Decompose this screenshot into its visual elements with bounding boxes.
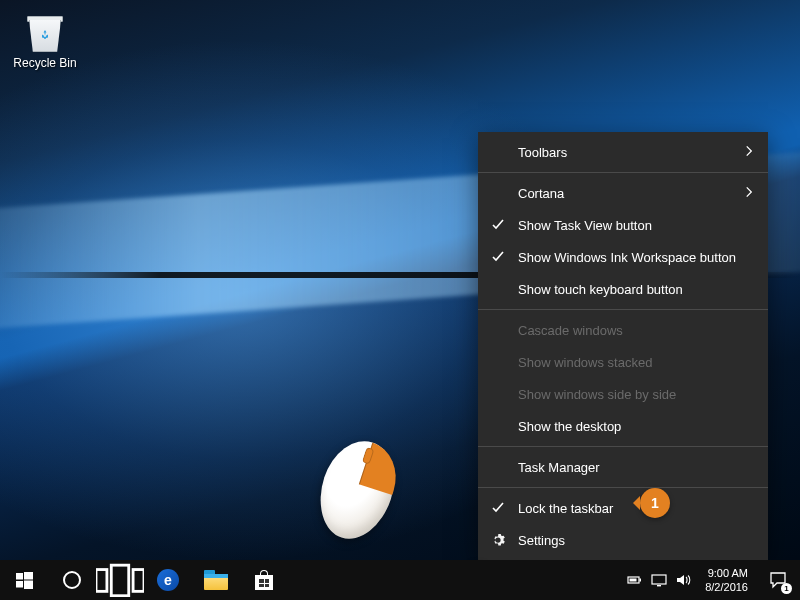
- menu-item-label: Cortana: [518, 186, 564, 201]
- menu-item-toolbars[interactable]: Toolbars: [478, 136, 768, 168]
- taskbar-context-menu: Toolbars Cortana Show Task View button S…: [478, 132, 768, 560]
- check-icon: [491, 501, 505, 515]
- menu-separator: [478, 487, 768, 488]
- svg-rect-3: [24, 580, 33, 589]
- menu-item-label: Show windows stacked: [518, 355, 652, 370]
- cortana-button[interactable]: [48, 560, 96, 600]
- clock-date: 8/2/2016: [705, 580, 748, 594]
- menu-item-label: Task Manager: [518, 460, 600, 475]
- svg-rect-8: [640, 579, 642, 582]
- file-explorer-button[interactable]: [192, 560, 240, 600]
- menu-item-show-task-view[interactable]: Show Task View button: [478, 209, 768, 241]
- start-button[interactable]: [0, 560, 48, 600]
- menu-item-label: Cascade windows: [518, 323, 623, 338]
- menu-item-label: Show Windows Ink Workspace button: [518, 250, 736, 265]
- check-icon: [491, 218, 505, 232]
- menu-item-label: Show the desktop: [518, 419, 621, 434]
- svg-rect-4: [96, 569, 107, 591]
- menu-item-label: Lock the taskbar: [518, 501, 613, 516]
- svg-rect-2: [16, 581, 23, 588]
- svg-rect-11: [657, 585, 661, 586]
- menu-separator: [478, 309, 768, 310]
- svg-rect-1: [24, 572, 33, 580]
- menu-item-show-ink[interactable]: Show Windows Ink Workspace button: [478, 241, 768, 273]
- menu-separator: [478, 446, 768, 447]
- edge-icon: e: [157, 569, 179, 591]
- menu-item-task-manager[interactable]: Task Manager: [478, 451, 768, 483]
- menu-item-lock-taskbar[interactable]: Lock the taskbar: [478, 492, 768, 524]
- annotation-callout-lock-taskbar: 1: [640, 488, 670, 518]
- task-view-button[interactable]: [96, 560, 144, 600]
- menu-item-label: Show Task View button: [518, 218, 652, 233]
- clock-time: 9:00 AM: [705, 566, 748, 580]
- store-icon: [254, 570, 274, 590]
- menu-item-stacked: Show windows stacked: [478, 346, 768, 378]
- menu-item-side-by-side: Show windows side by side: [478, 378, 768, 410]
- volume-icon: [675, 572, 691, 588]
- chevron-right-icon: [745, 145, 754, 160]
- gear-icon: [491, 533, 505, 547]
- menu-item-label: Show windows side by side: [518, 387, 676, 402]
- svg-rect-5: [111, 565, 128, 596]
- menu-item-label: Toolbars: [518, 145, 567, 160]
- menu-item-show-desktop[interactable]: Show the desktop: [478, 410, 768, 442]
- check-icon: [491, 250, 505, 264]
- cortana-icon: [63, 571, 81, 589]
- menu-item-cascade: Cascade windows: [478, 314, 768, 346]
- menu-item-label: Settings: [518, 533, 565, 548]
- menu-separator: [478, 172, 768, 173]
- menu-item-cortana[interactable]: Cortana: [478, 177, 768, 209]
- svg-rect-0: [16, 573, 23, 580]
- menu-item-label: Show touch keyboard button: [518, 282, 683, 297]
- network-icon: [651, 572, 667, 588]
- taskbar-clock[interactable]: 9:00 AM 8/2/2016: [697, 566, 756, 595]
- svg-rect-9: [630, 579, 637, 582]
- chevron-right-icon: [745, 186, 754, 201]
- edge-button[interactable]: e: [144, 560, 192, 600]
- menu-item-settings[interactable]: Settings: [478, 524, 768, 556]
- store-button[interactable]: [240, 560, 288, 600]
- callout-number: 1: [651, 495, 659, 511]
- file-explorer-icon: [204, 570, 228, 590]
- notification-badge: 1: [781, 583, 792, 594]
- taskbar: e 9:00 AM 8/2/2016 1: [0, 560, 800, 600]
- system-tray[interactable]: [621, 572, 697, 588]
- battery-icon: [627, 572, 643, 588]
- recycle-bin-glyph: [21, 6, 69, 54]
- task-view-icon: [96, 563, 144, 598]
- svg-rect-10: [652, 575, 666, 584]
- recycle-bin-label: Recycle Bin: [13, 56, 76, 70]
- svg-rect-6: [133, 569, 144, 591]
- menu-item-show-touch-keyboard[interactable]: Show touch keyboard button: [478, 273, 768, 305]
- recycle-bin-icon[interactable]: Recycle Bin: [8, 6, 82, 70]
- action-center-button[interactable]: 1: [756, 560, 800, 600]
